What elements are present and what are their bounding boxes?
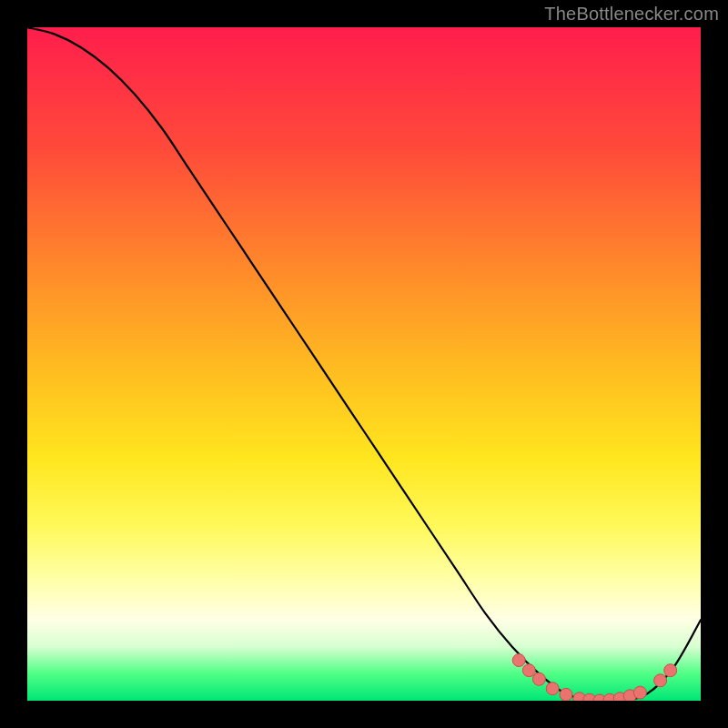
attribution-text: TheBottlenecker.com (544, 4, 719, 25)
bottleneck-curve (27, 27, 701, 701)
data-marker (532, 672, 545, 685)
data-marker (512, 654, 525, 667)
curve-layer (27, 27, 701, 701)
chart-container: TheBottlenecker.com (0, 0, 728, 728)
data-marker (560, 688, 572, 701)
data-marker (654, 674, 667, 687)
data-marker (546, 682, 559, 695)
data-markers (512, 654, 677, 701)
plot-area (27, 27, 701, 701)
data-marker (522, 664, 535, 677)
data-marker (664, 664, 677, 677)
data-marker (633, 686, 646, 699)
